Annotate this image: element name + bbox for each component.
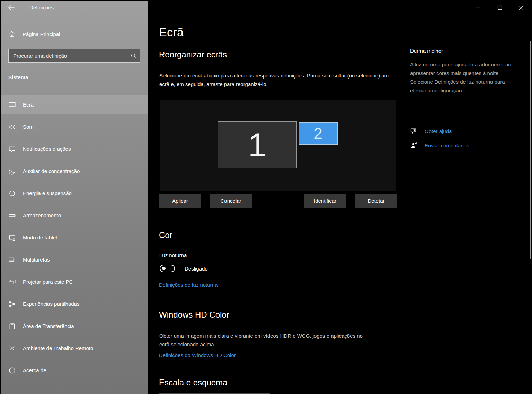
sidebar-item-ambiente-remoto[interactable]: Ambiente de Trabalho Remoto [0,338,148,358]
minimize-button[interactable] [470,0,486,15]
sidebar-item-label: Página Principal [23,31,60,37]
clipboard-icon [8,322,16,330]
sidebar-item-label: Armazenamento [23,212,61,218]
sidebar-item-label: Energia e suspensão [23,190,72,196]
sidebar-item-modo-tablet[interactable]: Modo de tablet [0,228,148,247]
sidebar-item-multitarefas[interactable]: Multitarefas [0,250,148,269]
multitasking-icon [8,256,16,264]
sidebar-section-title: Sistema [8,74,28,80]
sidebar-item-label: Projetar para este PC [23,279,73,285]
color-heading: Cor [159,230,172,240]
sidebar-item-auxiliar-concentracao[interactable]: Auxiliar de concentração [0,161,148,181]
sidebar-item-label: Multitarefas [23,257,50,263]
sidebar-item-ecra[interactable]: Ecrã [0,95,148,114]
toggle-knob [162,267,166,270]
hd-color-settings-link[interactable]: Definições do Windows HD Color [159,352,236,358]
shared-exp-icon [8,300,16,308]
sidebar-item-label: Notificações e ações [23,146,71,152]
sound-icon [8,123,16,131]
cancel-button[interactable]: Cancelar [210,194,252,208]
vertical-scrollbar-thumb[interactable] [530,41,531,259]
sidebar-item-label: Área de Transferência [23,323,74,329]
sidebar-item-armazenamento[interactable]: Armazenamento [0,205,148,225]
monitor-2[interactable]: 2 [299,122,338,145]
night-light-label: Luz noturna [159,252,187,258]
send-feedback-label: Enviar comentários [425,143,469,148]
sidebar-item-label: Ecrã [23,102,34,108]
notifications-icon [8,145,16,153]
monitor-arrangement-panel: 1 2 [160,100,396,191]
sidebar-item-area-transferencia[interactable]: Área de Transferência [0,316,148,336]
identify-button[interactable]: Identificar [304,194,346,208]
search-icon[interactable] [128,53,140,59]
night-light-toggle[interactable] [160,265,175,272]
rearrange-description: Selecione um ecrã abaixo para alterar as… [159,71,400,89]
sidebar-item-notificacoes[interactable]: Notificações e ações [0,139,148,159]
home-icon [8,30,16,38]
page-title: Ecrã [159,26,184,39]
maximize-button[interactable] [491,0,508,15]
sidebar-item-som[interactable]: Som [0,117,148,137]
maximize-icon [497,5,502,10]
sidebar-item-label: Experiências partilhadas [23,301,79,307]
scale-heading: Escala e esquema [159,378,227,387]
window-border [0,0,148,1]
sidebar-item-experiencias[interactable]: Experiências partilhadas [0,294,148,314]
minimize-icon [476,5,481,10]
night-light-settings-link[interactable]: Definições de luz noturna [159,282,218,288]
close-icon [518,5,524,10]
hd-color-description: Obter uma imagem mais clara e vibrante e… [159,331,373,349]
sidebar: Definições Página Principal Sistema [0,0,148,394]
main-content: Ecrã Reorganizar ecrãs Selecione um ecrã… [148,0,532,394]
window-border [0,0,1,394]
search-box [8,49,140,63]
get-help-link[interactable]: Obter ajuda [410,127,452,135]
display-icon [8,101,16,109]
monitor-1[interactable]: 1 [218,121,297,168]
about-icon [8,367,16,374]
send-feedback-link[interactable]: Enviar comentários [410,141,469,149]
tablet-mode-icon [8,234,16,241]
aside-heading: Durma melhor [410,48,443,54]
sidebar-item-energia[interactable]: Energia e suspensão [0,183,148,203]
sidebar-item-label: Ambiente de Trabalho Remoto [23,345,93,351]
sidebar-nav: Ecrã Som Notificações e ações [0,95,148,383]
back-arrow-icon [7,3,16,12]
feedback-icon [410,141,418,149]
sidebar-item-home[interactable]: Página Principal [8,30,60,38]
help-icon [410,127,418,135]
sidebar-item-acerca-de[interactable]: Acerca de [0,360,148,380]
app-title: Definições [29,4,54,10]
sidebar-item-label: Modo de tablet [23,235,57,240]
sidebar-item-label: Acerca de [23,367,46,373]
detect-button[interactable]: Detetar [355,194,397,208]
get-help-label: Obter ajuda [425,128,452,134]
project-icon [8,278,16,286]
monitor-1-number: 1 [248,126,266,164]
sidebar-item-projetar[interactable]: Projetar para este PC [0,272,148,292]
close-button[interactable] [513,0,529,15]
remote-desktop-icon [8,345,16,352]
sidebar-item-label: Som [23,124,34,130]
rearrange-heading: Reorganizar ecrãs [159,50,227,59]
focus-assist-icon [8,167,16,175]
back-button[interactable] [7,3,16,12]
power-icon [8,190,16,197]
settings-window: Definições Página Principal Sistema [0,0,532,394]
hd-color-heading: Windows HD Color [159,310,229,320]
aside-description: A luz noturna pode ajudá-lo a adormecer … [410,60,517,95]
sidebar-item-label: Auxiliar de concentração [23,168,80,174]
night-light-state: Desligado [185,266,208,272]
search-input[interactable] [9,53,128,59]
monitor-2-number: 2 [314,125,322,142]
apply-button[interactable]: Aplicar [159,194,201,208]
storage-icon [8,212,16,219]
